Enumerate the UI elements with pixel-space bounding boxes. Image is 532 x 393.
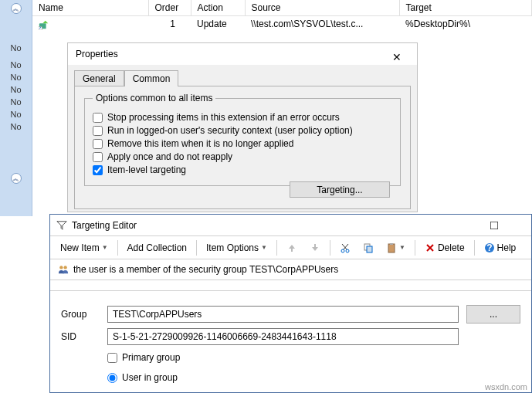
col-order[interactable]: Order xyxy=(148,0,191,16)
rule-row[interactable]: the user is a member of the security gro… xyxy=(50,259,531,280)
stop-processing-label: Stop processing items in this extension … xyxy=(107,112,340,123)
primary-group-checkbox[interactable] xyxy=(107,353,117,363)
item-options-button[interactable]: Item Options ▼ xyxy=(201,239,273,256)
col-action[interactable]: Action xyxy=(191,0,245,16)
help-icon: ? xyxy=(484,242,495,253)
browse-button[interactable]: ... xyxy=(466,305,520,324)
cell-order: 1 xyxy=(148,16,191,32)
copy-icon xyxy=(363,242,374,253)
chevron-down-icon: ▼ xyxy=(261,244,267,251)
move-up-button[interactable] xyxy=(281,239,303,256)
apply-once-label: Apply once and do not reapply xyxy=(107,151,232,162)
svg-point-4 xyxy=(346,249,349,252)
user-in-group-label: User in group xyxy=(122,372,178,383)
sidebar-label: No xyxy=(0,110,32,119)
options-legend: Options common to all items xyxy=(93,93,215,103)
sidebar-label: No xyxy=(0,122,32,131)
move-down-button[interactable] xyxy=(304,239,326,256)
stop-processing-checkbox[interactable] xyxy=(93,113,103,123)
svg-rect-6 xyxy=(367,246,372,252)
cell-source: \\test.com\SYSVOL\test.c... xyxy=(245,16,399,32)
collapse-icon[interactable]: ︽ xyxy=(11,173,22,184)
arrow-up-icon xyxy=(286,242,297,253)
remove-item-checkbox[interactable] xyxy=(93,139,103,149)
collapse-icon[interactable]: ︽ xyxy=(11,3,22,14)
group-icon xyxy=(58,264,69,275)
cell-action: Update xyxy=(191,16,245,32)
add-collection-button[interactable]: Add Collection xyxy=(122,239,192,256)
paste-button[interactable]: ▼ xyxy=(381,239,411,256)
sidebar-label: No xyxy=(0,73,32,82)
close-button[interactable] xyxy=(510,217,525,234)
group-label: Group xyxy=(61,309,100,320)
cell-target: %DesktopDir%\ xyxy=(399,16,532,32)
group-input[interactable] xyxy=(107,306,459,323)
left-sidebar: ︽ No No No No No No No ︽ xyxy=(0,0,32,216)
run-context-label: Run in logged-on user's security context… xyxy=(107,125,353,136)
copy-button[interactable] xyxy=(357,239,379,256)
cut-button[interactable] xyxy=(334,239,356,256)
shortcut-icon xyxy=(39,19,49,30)
chevron-down-icon: ▼ xyxy=(102,244,108,251)
col-source[interactable]: Source xyxy=(245,0,399,16)
tab-common[interactable]: Common xyxy=(124,70,179,86)
properties-dialog: Properties ✕ GeneralCommon Options commo… xyxy=(67,42,418,212)
apply-once-checkbox[interactable] xyxy=(93,152,103,162)
sidebar-label: No xyxy=(0,85,32,94)
paste-icon xyxy=(386,242,397,253)
scissors-icon xyxy=(340,242,351,253)
items-grid: Name Order Action Source Target 1 Update… xyxy=(32,0,532,32)
user-in-group-radio[interactable] xyxy=(107,373,117,383)
svg-point-12 xyxy=(63,266,66,269)
delete-icon xyxy=(425,242,435,253)
svg-rect-2 xyxy=(490,222,498,229)
chevron-down-icon: ▼ xyxy=(399,244,405,251)
maximize-button[interactable] xyxy=(479,217,510,234)
sid-input[interactable] xyxy=(107,328,459,345)
sidebar-label: No xyxy=(0,43,32,53)
targeting-button[interactable]: Targeting... xyxy=(290,181,390,198)
run-context-checkbox[interactable] xyxy=(93,126,103,136)
svg-point-11 xyxy=(59,266,63,269)
primary-group-label: Primary group xyxy=(122,352,180,363)
new-item-button[interactable]: New Item ▼ xyxy=(55,239,114,256)
arrow-down-icon xyxy=(310,242,320,253)
filter-icon xyxy=(56,220,67,231)
options-fieldset: Options common to all items Stop process… xyxy=(84,93,401,186)
col-target[interactable]: Target xyxy=(399,0,532,16)
toolbar: New Item ▼ Add Collection Item Options ▼… xyxy=(50,236,531,259)
svg-rect-8 xyxy=(390,243,393,245)
close-button[interactable]: ✕ xyxy=(381,46,412,62)
delete-button[interactable]: Delete xyxy=(419,239,470,256)
svg-text:?: ? xyxy=(486,242,492,253)
dialog-title: Targeting Editor xyxy=(72,220,137,231)
sidebar-label: No xyxy=(0,60,32,69)
targeting-editor-dialog: Targeting Editor New Item ▼ Add Collecti… xyxy=(49,214,532,393)
sid-label: SID xyxy=(61,331,100,342)
remove-item-label: Remove this item when it is no longer ap… xyxy=(107,138,293,149)
item-level-targeting-label: Item-level targeting xyxy=(107,164,186,175)
rule-text: the user is a member of the security gro… xyxy=(73,264,338,275)
tab-general[interactable]: General xyxy=(74,70,124,86)
table-row[interactable]: 1 Update \\test.com\SYSVOL\test.c... %De… xyxy=(32,16,532,32)
item-level-targeting-checkbox[interactable] xyxy=(93,165,103,175)
watermark: wsxdn.com xyxy=(485,382,527,391)
svg-rect-7 xyxy=(388,244,395,252)
col-name[interactable]: Name xyxy=(32,0,148,16)
sidebar-label: No xyxy=(0,97,32,107)
dialog-title: Properties xyxy=(76,49,118,59)
svg-point-3 xyxy=(341,249,344,252)
help-button[interactable]: ?Help xyxy=(479,239,522,256)
